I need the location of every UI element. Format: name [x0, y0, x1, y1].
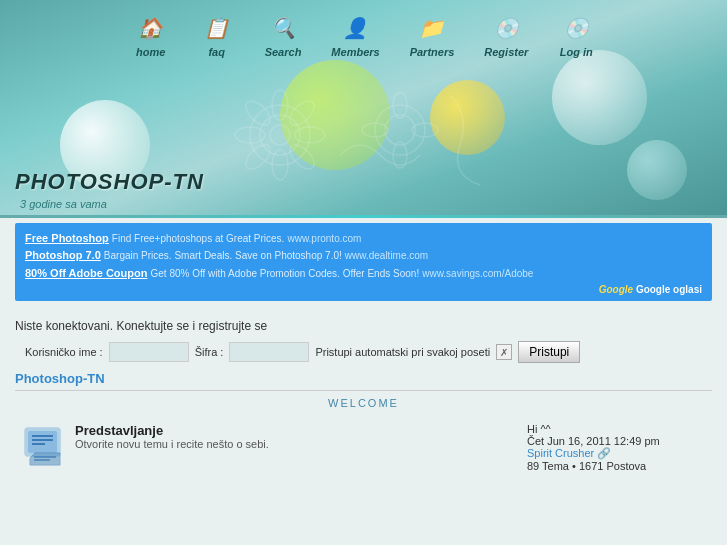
ad-url-2[interactable]: www.dealtime.com: [345, 250, 428, 261]
forum-counts: 89 Tema • 1671 Postova: [527, 460, 707, 472]
site-header: 🏠 home 📋 faq 🔍 Search 👤 Members 📁 Partne…: [0, 0, 727, 215]
login-form: Korisničko ime : Šifra : Pristupi automa…: [15, 341, 712, 363]
site-title: PHOTOSHOP-TN: [15, 169, 204, 195]
svg-point-2: [270, 125, 290, 145]
google-label: Google Google oglasi: [25, 284, 702, 295]
svg-marker-22: [30, 453, 60, 465]
svg-point-8: [286, 141, 319, 174]
welcome-text: WELCOME: [15, 397, 712, 409]
password-input[interactable]: [229, 342, 309, 362]
main-content: Niste konektovani. Konektujte se i regis…: [0, 306, 727, 485]
forum-stats: Hi ^^ Čet Jun 16, 2011 12:49 pm Spirit C…: [527, 423, 707, 472]
nav-label-login: Log in: [560, 46, 593, 58]
not-connected-msg: Niste konektovani. Konektujte se i regis…: [15, 319, 712, 333]
faq-icon: 📋: [199, 10, 235, 46]
google-oglasi: Google oglasi: [636, 284, 702, 295]
ads-section: Free Photoshop Find Free+photoshops at G…: [15, 223, 712, 301]
ad-url-1[interactable]: www.pronto.com: [287, 233, 361, 244]
svg-point-9: [286, 97, 319, 130]
nav-item-home[interactable]: 🏠 home: [133, 10, 169, 58]
nav-item-members[interactable]: 👤 Members: [331, 10, 379, 58]
home-icon: 🏠: [133, 10, 169, 46]
user-icon: 🔗: [597, 447, 611, 459]
decorative-circle-5: [627, 140, 687, 200]
auto-login-checkbox[interactable]: ✗: [496, 344, 512, 360]
decorative-flowers: [200, 75, 500, 195]
ad-desc-1: Find Free+photoshops at Great Prices.: [112, 233, 285, 244]
username-input[interactable]: [109, 342, 189, 362]
nav-item-login[interactable]: 💿 Log in: [558, 10, 594, 58]
svg-point-7: [242, 97, 275, 130]
forum-link[interactable]: Photoshop-TN: [15, 371, 712, 386]
nav-item-faq[interactable]: 📋 faq: [199, 10, 235, 58]
svg-point-1: [260, 115, 300, 155]
login-button[interactable]: Pristupi: [518, 341, 580, 363]
auto-login-label: Pristupi automatski pri svakoj poseti: [315, 346, 490, 358]
svg-point-0: [250, 105, 310, 165]
ad-title-2[interactable]: Photoshop 7.0: [25, 249, 101, 261]
svg-point-11: [375, 105, 425, 155]
last-post-greeting: Hi ^^: [527, 423, 707, 435]
forum-section-icon: [20, 423, 65, 468]
login-icon: 💿: [558, 10, 594, 46]
ad-title-3[interactable]: 80% Off Adobe Coupon: [25, 267, 147, 279]
register-icon: 💿: [488, 10, 524, 46]
nav-label-register: Register: [484, 46, 528, 58]
members-icon: 👤: [338, 10, 374, 46]
nav-item-partners[interactable]: 📁 Partners: [410, 10, 455, 58]
ad-url-3[interactable]: www.savings.com/Adobe: [422, 268, 533, 279]
ad-row-2: Photoshop 7.0 Bargain Prices. Smart Deal…: [25, 248, 702, 263]
ad-desc-3: Get 80% Off with Adobe Promotion Codes. …: [150, 268, 419, 279]
nav-label-home: home: [136, 46, 165, 58]
main-nav: 🏠 home 📋 faq 🔍 Search 👤 Members 📁 Partne…: [0, 10, 727, 58]
nav-label-search: Search: [265, 46, 302, 58]
forum-info: Predstavljanje Otvorite novu temu i reci…: [75, 423, 517, 450]
ad-row-3: 80% Off Adobe Coupon Get 80% Off with Ad…: [25, 266, 702, 281]
svg-point-10: [242, 141, 275, 174]
header-divider: [0, 215, 727, 218]
forum-section-desc: Otvorite novu temu i recite nešto o sebi…: [75, 438, 517, 450]
nav-label-members: Members: [331, 46, 379, 58]
password-label: Šifra :: [195, 346, 224, 358]
partners-icon: 📁: [414, 10, 450, 46]
nav-label-partners: Partners: [410, 46, 455, 58]
nav-label-faq: faq: [208, 46, 225, 58]
svg-rect-18: [28, 431, 57, 453]
username-label: Korisničko ime :: [25, 346, 103, 358]
search-icon: 🔍: [265, 10, 301, 46]
forum-section-title[interactable]: Predstavljanje: [75, 423, 517, 438]
site-subtitle: 3 godine sa vama: [20, 198, 107, 210]
ad-title-1[interactable]: Free Photoshop: [25, 232, 109, 244]
nav-item-register[interactable]: 💿 Register: [484, 10, 528, 58]
separator-1: [15, 390, 712, 391]
decorative-circle-4: [552, 50, 647, 145]
nav-item-search[interactable]: 🔍 Search: [265, 10, 302, 58]
svg-point-12: [385, 115, 415, 145]
forum-section: Predstavljanje Otvorite novu temu i reci…: [15, 415, 712, 480]
ad-desc-2: Bargain Prices. Smart Deals. Save on Pho…: [104, 250, 342, 261]
last-post-date: Čet Jun 16, 2011 12:49 pm: [527, 435, 707, 447]
ad-row-1: Free Photoshop Find Free+photoshops at G…: [25, 231, 702, 246]
last-post-user[interactable]: Spirit Crusher 🔗: [527, 447, 707, 460]
